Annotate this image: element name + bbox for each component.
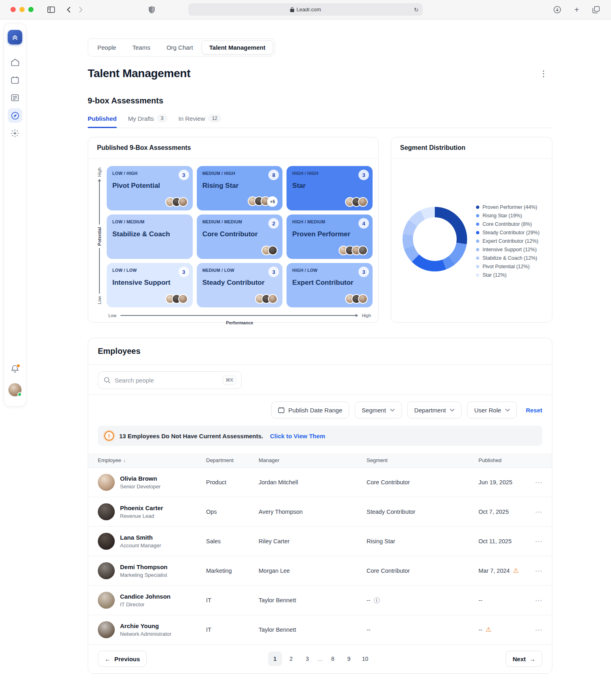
notifications-button[interactable] — [11, 365, 19, 375]
table-row[interactable]: Archie YoungNetwork AdministratorITTaylo… — [88, 615, 552, 645]
table-row[interactable]: Phoenix CarterRevenue LeadOpsAvery Thomp… — [88, 497, 552, 527]
legend-item: Steady Contributor (29%) — [476, 230, 539, 235]
page-button[interactable]: 1 — [268, 652, 282, 666]
segment-cell: -- — [367, 626, 478, 633]
nine-box-tier-label: HIGH / MEDIUM — [292, 219, 367, 224]
zoom-window-button[interactable] — [28, 7, 34, 12]
nine-box-cell[interactable]: LOW / MEDIUMStabilize & Coach — [107, 214, 193, 259]
sidebar-item-talent[interactable] — [8, 108, 22, 123]
close-window-button[interactable] — [11, 7, 16, 12]
page-menu-kebab-icon[interactable]: ⋮ — [539, 69, 548, 78]
search-people-field[interactable]: ⌘K — [98, 371, 242, 389]
nine-box-cell[interactable]: MEDIUM / LOW3Steady Contributor — [197, 263, 283, 307]
column-header-manager[interactable]: Manager — [259, 457, 367, 463]
filter-label: Segment — [362, 407, 386, 414]
row-menu-button[interactable]: ⋯ — [535, 478, 542, 487]
back-icon[interactable] — [63, 4, 75, 16]
sidebar-item-feed[interactable] — [8, 90, 22, 105]
downloads-icon[interactable] — [551, 4, 563, 16]
calendar-icon — [278, 407, 284, 413]
reload-icon[interactable]: ↻ — [414, 6, 419, 13]
user-role-filter[interactable]: User Role — [467, 402, 517, 418]
page-button[interactable]: 9 — [342, 652, 356, 666]
legend-label: Core Contributor (8%) — [482, 221, 532, 227]
row-menu-button[interactable]: ⋯ — [535, 626, 542, 634]
legend-item: Proven Performer (44%) — [476, 204, 539, 210]
tab-overview-icon[interactable] — [590, 4, 602, 16]
page-button[interactable]: 3 — [301, 652, 314, 666]
sort-descending-icon: ↓ — [123, 458, 126, 463]
privacy-shield-icon[interactable] — [145, 4, 158, 16]
tab-my-drafts[interactable]: My Drafts 3 — [128, 114, 167, 128]
nine-box-count-badge: 3 — [358, 170, 369, 180]
legend-dot — [476, 265, 479, 268]
calendar-icon — [11, 76, 19, 84]
legend-item: Core Contributor (8%) — [476, 221, 539, 227]
table-row[interactable]: Demi ThompsonMarketing SpecialistMarketi… — [88, 556, 552, 586]
lock-icon — [290, 7, 294, 12]
nav-tab-people[interactable]: People — [90, 40, 124, 55]
nine-box-cell[interactable]: LOW / HIGH3Pivot Potential — [107, 166, 193, 210]
column-header-department[interactable]: Department — [206, 457, 259, 463]
nine-box-cell[interactable]: LOW / LOW3Intensive Support — [107, 263, 193, 307]
nine-box-name: Intensive Support — [112, 279, 187, 287]
nine-box-cell[interactable]: MEDIUM / HIGH8Rising Star+5 — [197, 166, 283, 210]
page-button[interactable]: 2 — [284, 652, 298, 666]
nine-box-grid: LOW / HIGH3Pivot PotentialMEDIUM / HIGH8… — [107, 166, 373, 307]
column-header-employee[interactable]: Employee ↓ — [98, 457, 206, 463]
page-button[interactable]: 10 — [358, 652, 372, 666]
column-header-segment[interactable]: Segment — [367, 457, 478, 463]
nine-box-name: Steady Contributor — [202, 279, 277, 287]
sidebar-item-insights[interactable] — [8, 126, 22, 141]
view-them-link[interactable]: Click to View Them — [270, 433, 325, 439]
nine-box-cell[interactable]: HIGH / HIGH3Star — [287, 166, 373, 210]
sidebar-item-calendar[interactable] — [8, 73, 22, 87]
new-tab-icon[interactable]: + — [571, 4, 583, 16]
employee-name: Demi Thompson — [120, 563, 168, 570]
table-row[interactable]: Lana SmithAccount ManagerSalesRiley Cart… — [88, 527, 552, 556]
nav-tab-teams[interactable]: Teams — [125, 40, 158, 55]
page-button[interactable]: 8 — [326, 652, 340, 666]
tab-published[interactable]: Published — [88, 114, 117, 128]
nine-box-cell[interactable]: MEDIUM / MEDIUM2Core Contributor — [197, 214, 283, 259]
user-avatar[interactable] — [8, 383, 22, 397]
forward-icon[interactable] — [75, 4, 87, 16]
published-cell: --⚠ — [478, 626, 523, 633]
previous-page-button[interactable]: ← Previous — [98, 651, 147, 667]
row-actions-cell: ⋯ — [523, 537, 542, 546]
banner-text: 13 Employees Do Not Have Current Assessm… — [119, 433, 263, 439]
nine-box-cell[interactable]: HIGH / LOW3Expert Contributor — [287, 263, 373, 307]
department-filter[interactable]: Department — [407, 402, 461, 418]
assessment-tabs: Published My Drafts 3 In Review 12 — [88, 114, 552, 128]
column-header-published[interactable]: Published — [478, 457, 523, 463]
nav-tab-org-chart[interactable]: Org Chart — [159, 40, 201, 55]
minimize-window-button[interactable] — [19, 7, 25, 12]
row-menu-button[interactable]: ⋯ — [535, 567, 542, 575]
published-value: Oct 7, 2025 — [478, 509, 509, 515]
nine-box-cell[interactable]: HIGH / MEDIUM4Proven Performer — [287, 214, 373, 259]
app-logo[interactable] — [8, 30, 22, 44]
pagination: ← Previous 123…8910 Next → — [88, 645, 552, 673]
table-header: Employee ↓ Department Manager Segment Pu… — [88, 453, 552, 468]
table-row[interactable]: Candice JohnsonIT DirectorITTaylor Benne… — [88, 586, 552, 615]
publish-date-range-filter[interactable]: Publish Date Range — [271, 402, 349, 418]
employee-cell: Olivia BrownSenior Developer — [98, 474, 206, 491]
legend-label: Rising Star (19%) — [482, 213, 522, 219]
employee-cell: Candice JohnsonIT Director — [98, 592, 206, 609]
segment-cell: Steady Contributor — [367, 509, 478, 515]
row-menu-button[interactable]: ⋯ — [535, 537, 542, 546]
search-input[interactable] — [115, 377, 219, 384]
sidebar-toggle-icon[interactable] — [45, 4, 57, 16]
nav-tab-talent-management[interactable]: Talent Management — [202, 40, 273, 55]
row-menu-button[interactable]: ⋯ — [535, 508, 542, 516]
table-row[interactable]: Olivia BrownSenior DeveloperProductJorda… — [88, 468, 552, 497]
page-title: Talent Management — [88, 67, 190, 80]
next-page-button[interactable]: Next → — [506, 651, 542, 667]
segment-filter[interactable]: Segment — [355, 402, 402, 418]
tab-in-review[interactable]: In Review 12 — [179, 114, 221, 128]
row-menu-button[interactable]: ⋯ — [535, 596, 542, 605]
info-icon[interactable]: i — [374, 597, 380, 603]
reset-filters-button[interactable]: Reset — [526, 407, 542, 414]
sidebar-item-home[interactable] — [8, 55, 22, 69]
url-bar[interactable]: Leadr.com ↻ — [188, 3, 423, 16]
